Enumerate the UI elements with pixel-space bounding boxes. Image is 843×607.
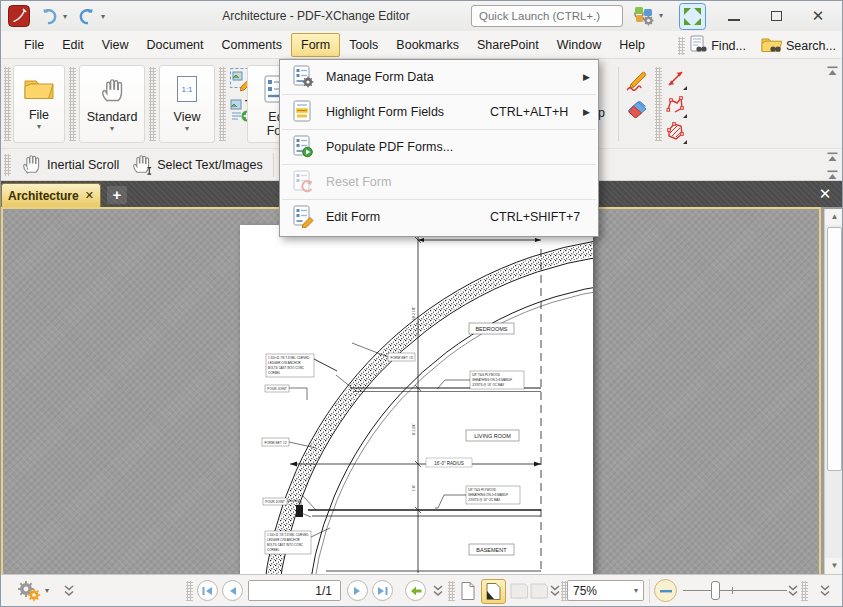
menu-window[interactable]: Window xyxy=(548,33,610,57)
expand-chevrons-button[interactable] xyxy=(549,584,561,601)
scrollbar-thumb[interactable] xyxy=(827,227,842,471)
maximize-button[interactable] xyxy=(756,1,796,31)
svg-text:1'-0": 1'-0" xyxy=(412,485,416,491)
zoom-out-button[interactable] xyxy=(654,579,677,602)
menu-sharepoint[interactable]: SharePoint xyxy=(468,33,548,57)
toolbar-collapse-button[interactable] xyxy=(827,169,838,179)
undo-button[interactable] xyxy=(37,5,61,30)
standard-tools-button[interactable]: Standard ▾ xyxy=(79,65,145,143)
svg-text:LIVING ROOM: LIVING ROOM xyxy=(474,433,511,439)
menu-item-populate-pdf-forms[interactable]: Populate PDF Forms... xyxy=(280,130,598,164)
page-number-field[interactable] xyxy=(248,580,341,601)
toolbar-drag-handle[interactable] xyxy=(4,154,11,176)
toolbar-drag-handle[interactable] xyxy=(69,67,76,141)
tab-close-icon[interactable]: ✕ xyxy=(85,189,94,202)
toolbar-drag-handle[interactable] xyxy=(448,581,455,601)
toolbar-drag-handle[interactable] xyxy=(186,581,193,601)
status-options-gear-icon[interactable] xyxy=(15,579,43,606)
fullscreen-button[interactable] xyxy=(679,3,706,33)
file-caret-icon: ▾ xyxy=(37,122,41,131)
last-page-button[interactable] xyxy=(372,580,393,601)
zoom-level-select[interactable]: 75% ▾ xyxy=(567,580,644,601)
window-title: Architecture - PDF-XChange Editor xyxy=(151,9,481,23)
new-tab-button[interactable]: + xyxy=(107,186,127,204)
two-page-cover-layout-button[interactable] xyxy=(529,579,549,603)
separator xyxy=(649,579,650,603)
svg-text:POUR JOINT: POUR JOINT xyxy=(267,387,286,391)
menu-document[interactable]: Document xyxy=(138,33,213,57)
redo-dropdown-caret[interactable]: ▾ xyxy=(101,12,105,21)
quick-launch-input[interactable] xyxy=(479,10,633,22)
menu-bookmarks[interactable]: Bookmarks xyxy=(387,33,468,57)
svg-text:SHEATHING ON 2×8 MANUF: SHEATHING ON 2×8 MANUF xyxy=(472,378,512,382)
tab-architecture[interactable]: Architecture ✕ xyxy=(1,183,101,207)
search-button[interactable]: Search... xyxy=(786,39,836,53)
vertical-scrollbar[interactable]: ▲ ▼ xyxy=(824,209,843,574)
tab-label: Architecture xyxy=(8,189,81,203)
measure-perimeter-button[interactable] xyxy=(664,95,688,122)
toolbar-drag-handle[interactable] xyxy=(678,37,685,55)
eraser-tool-button[interactable] xyxy=(625,97,651,124)
menu-form[interactable]: Form xyxy=(291,33,340,57)
quick-launch-box[interactable] xyxy=(471,5,623,27)
menu-item-manage-form-data[interactable]: Manage Form Data ▶ xyxy=(280,60,598,94)
menu-comments[interactable]: Comments xyxy=(213,33,291,57)
two-page-layout-button[interactable] xyxy=(509,579,529,603)
expand-chevrons-button[interactable] xyxy=(787,584,799,601)
svg-text:5/8" T&G PLYWOOD: 5/8" T&G PLYWOOD xyxy=(468,488,497,492)
submenu-arrow-icon: ▶ xyxy=(583,72,590,82)
menu-file[interactable]: File xyxy=(15,33,53,57)
ui-options-button[interactable] xyxy=(633,4,657,31)
close-button[interactable]: ✕ xyxy=(798,1,838,31)
zoom-slider-handle[interactable] xyxy=(711,581,720,600)
view-tools-button[interactable]: 1:1 View ▾ xyxy=(159,65,215,143)
fit-width-layout-button[interactable] xyxy=(481,579,506,604)
toolbar-collapse-button[interactable] xyxy=(827,65,838,75)
measure-distance-button[interactable] xyxy=(664,67,688,94)
toolbar-collapse-button[interactable] xyxy=(827,151,838,161)
menu-tools[interactable]: Tools xyxy=(340,33,387,57)
scroll-down-button[interactable]: ▼ xyxy=(825,558,843,574)
measure-area-button[interactable] xyxy=(664,121,688,148)
minimize-button[interactable] xyxy=(714,1,754,31)
expand-chevrons-button[interactable] xyxy=(819,584,831,601)
first-page-button[interactable] xyxy=(197,580,218,601)
menu-view[interactable]: View xyxy=(93,33,138,57)
status-options-caret[interactable]: ▾ xyxy=(45,586,49,595)
view-caret-icon: ▾ xyxy=(185,124,189,133)
expand-chevrons-button[interactable] xyxy=(63,584,75,601)
toolbar-drag-handle[interactable] xyxy=(801,581,808,601)
select-text-images-button[interactable]: Select Text/Images xyxy=(129,151,262,178)
single-page-layout-button[interactable] xyxy=(457,579,479,603)
menu-edit[interactable]: Edit xyxy=(53,33,93,57)
toolbar-drag-handle[interactable] xyxy=(655,67,662,141)
zoom-slider-track[interactable] xyxy=(683,590,787,591)
toolbar-drag-handle[interactable] xyxy=(219,67,226,141)
menu-help[interactable]: Help xyxy=(610,33,654,57)
next-page-button[interactable] xyxy=(347,580,368,601)
previous-view-button[interactable] xyxy=(405,580,426,601)
redo-button[interactable] xyxy=(75,5,99,30)
page-number-input[interactable] xyxy=(249,581,340,600)
toolbar-drag-handle[interactable] xyxy=(149,67,156,141)
document-view[interactable]: BEDROOMS LIVING ROOM BASEMENT 16'-0" RAD… xyxy=(1,207,821,574)
svg-text:FORM SET #3: FORM SET #3 xyxy=(390,356,412,360)
scroll-up-button[interactable]: ▲ xyxy=(825,209,843,225)
file-menu-button[interactable]: File ▾ xyxy=(13,65,65,143)
toolbar-drag-handle[interactable] xyxy=(4,67,11,141)
find-button[interactable]: Find... xyxy=(711,39,746,53)
undo-dropdown-caret[interactable]: ▾ xyxy=(63,12,67,21)
ui-options-caret[interactable]: ▾ xyxy=(659,11,663,20)
expand-chevrons-button[interactable] xyxy=(432,584,444,601)
standard-caret-icon: ▾ xyxy=(110,124,114,133)
pdf-page[interactable]: BEDROOMS LIVING ROOM BASEMENT 16'-0" RAD… xyxy=(240,225,593,574)
menu-item-highlight-form-fields[interactable]: Highlight Form Fields CTRL+ALT+H ▶ xyxy=(280,95,598,129)
previous-page-button[interactable] xyxy=(222,580,243,601)
menu-item-edit-form[interactable]: Edit Form CTRL+SHIFT+7 xyxy=(280,200,598,234)
svg-text:JOISTS @ 16" OC MAX: JOISTS @ 16" OC MAX xyxy=(468,498,500,502)
inertial-scroll-button[interactable]: Inertial Scroll xyxy=(19,151,119,178)
menu-item-label: Manage Form Data xyxy=(326,70,434,84)
tabbar-close-button[interactable]: ✕ xyxy=(814,184,836,204)
pencil-tool-button[interactable] xyxy=(625,69,651,96)
find-icon xyxy=(689,34,707,57)
